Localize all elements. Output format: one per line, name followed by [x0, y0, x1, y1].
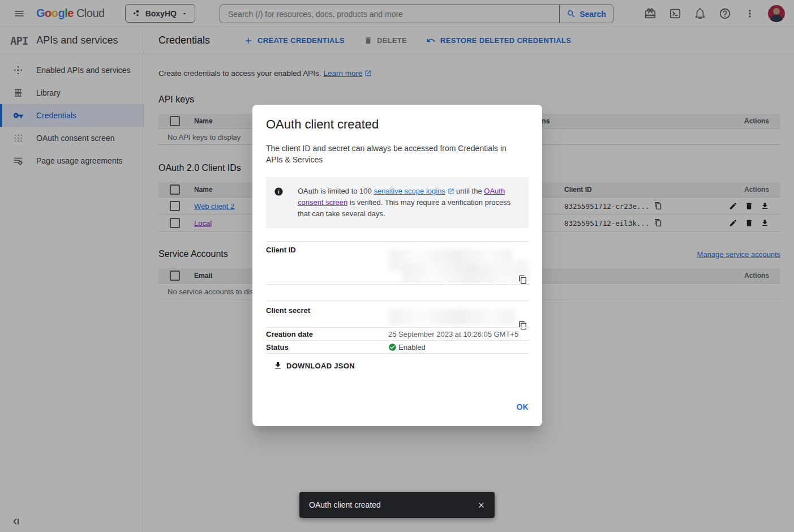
- toast-close-button[interactable]: [474, 497, 489, 513]
- copy-client-id-button[interactable]: [518, 275, 527, 284]
- row-spacer: [266, 284, 529, 301]
- client-secret-row: Client secret: [266, 301, 529, 327]
- toast-notification: OAuth client created: [299, 492, 495, 518]
- close-icon: [477, 501, 486, 509]
- ok-button[interactable]: OK: [516, 402, 529, 411]
- client-secret-label: Client secret: [266, 306, 388, 327]
- download-json-button[interactable]: DOWNLOAD JSON: [273, 361, 355, 370]
- info-icon: [274, 186, 298, 220]
- toast-message: OAuth client created: [309, 500, 474, 509]
- download-icon: [273, 361, 282, 370]
- creation-date-row: Creation date 25 September 2023 at 10:26…: [266, 327, 529, 340]
- client-id-row: Client ID: [266, 241, 529, 284]
- client-secret-redacted-value: [388, 306, 529, 327]
- redaction-blob: [402, 264, 529, 283]
- info-text-mid: until the: [454, 187, 484, 195]
- client-id-redacted-value: [388, 246, 529, 284]
- info-text-pre: OAuth is limited to 100: [298, 187, 374, 195]
- status-label: Status: [266, 343, 388, 351]
- status-row: Status Enabled: [266, 340, 529, 354]
- info-text: OAuth is limited to 100 sensitive scope …: [298, 186, 520, 220]
- sensitive-scope-logins-link[interactable]: sensitive scope logins: [374, 187, 445, 195]
- gcp-console-page: Google Cloud BoxyHQ Search: [0, 0, 794, 532]
- download-json-label: DOWNLOAD JSON: [286, 362, 355, 370]
- status-text: Enabled: [398, 343, 426, 351]
- oauth-client-created-dialog: OAuth client created The client ID and s…: [252, 105, 542, 426]
- creation-date-label: Creation date: [266, 330, 388, 338]
- info-banner: OAuth is limited to 100 sensitive scope …: [266, 177, 529, 228]
- creation-date-value: 25 September 2023 at 10:26:05 GMT+5: [388, 330, 518, 338]
- external-link-icon: [448, 188, 454, 195]
- redaction-blob: [388, 308, 516, 325]
- dialog-title: OAuth client created: [266, 117, 529, 132]
- status-value: Enabled: [388, 343, 426, 351]
- copy-icon: [518, 275, 527, 284]
- dialog-detail-rows: Client ID Client secret: [266, 241, 529, 354]
- redaction-blob: [514, 259, 529, 267]
- check-circle-icon: [388, 343, 397, 351]
- client-id-label: Client ID: [266, 246, 388, 284]
- dialog-description: The client ID and secret can always be a…: [266, 143, 521, 165]
